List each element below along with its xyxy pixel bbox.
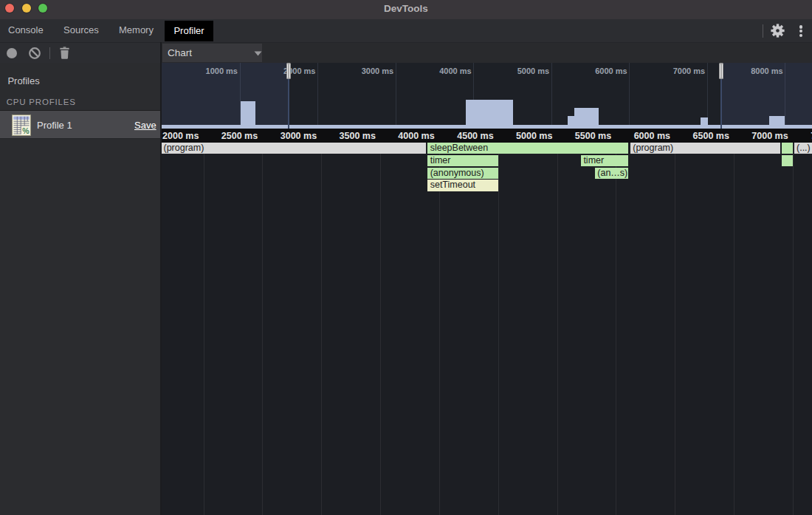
svg-text:%: % xyxy=(22,126,30,135)
